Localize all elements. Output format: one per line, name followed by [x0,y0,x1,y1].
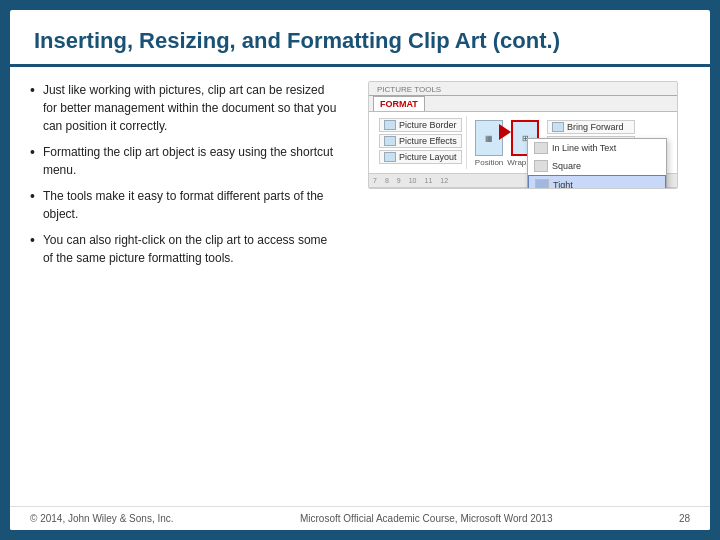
wrap-item-square[interactable]: Square [528,157,666,175]
list-item: You can also right-click on the clip art… [30,231,340,267]
position-icon: ▦ [485,134,493,143]
slide: Inserting, Resizing, and Formatting Clip… [10,10,710,530]
bring-forward-btn[interactable]: Bring Forward [547,120,635,134]
slide-title: Inserting, Resizing, and Formatting Clip… [34,28,686,54]
position-label: Position [475,158,503,167]
ribbon-container: PICTURE TOOLS FORMAT Picture Border [368,81,678,189]
slide-image: PICTURE TOOLS FORMAT Picture Border [356,81,690,498]
bullet-list: Just like working with pictures, clip ar… [30,81,340,267]
list-item: Just like working with pictures, clip ar… [30,81,340,135]
picture-border-icon [384,120,396,130]
picture-effects-btn[interactable]: Picture Effects [379,134,462,148]
ribbon-group-buttons: Picture Border Picture Effects Picture L… [379,118,462,164]
bring-forward-icon [552,122,564,132]
ribbon-picture-group: Picture Border Picture Effects Picture L… [375,116,467,169]
picture-border-label: Picture Border [399,120,457,130]
wrap-tight-label: Tight [553,180,573,189]
ribbon-tab-bar: PICTURE TOOLS [369,82,677,96]
wrap-item-tight[interactable]: Tight [528,175,666,189]
footer-copyright: © 2014, John Wiley & Sons, Inc. [30,513,174,524]
picture-layout-btn[interactable]: Picture Layout [379,150,462,164]
slide-text: Just like working with pictures, clip ar… [30,81,340,498]
slide-body: Just like working with pictures, clip ar… [10,67,710,506]
red-arrow [499,124,511,140]
picture-border-btn[interactable]: Picture Border [379,118,462,132]
wrap-square-icon [534,160,548,172]
ribbon-format-tab[interactable]: FORMAT [373,96,425,111]
picture-effects-icon [384,136,396,146]
slide-header: Inserting, Resizing, and Formatting Clip… [10,10,710,67]
picture-layout-icon [384,152,396,162]
picture-layout-label: Picture Layout [399,152,457,162]
slide-footer: © 2014, John Wiley & Sons, Inc. Microsof… [10,506,710,530]
wrap-inline-icon [534,142,548,154]
footer-page: 28 [679,513,690,524]
list-item: The tools make it easy to format differe… [30,187,340,223]
picture-effects-label: Picture Effects [399,136,457,146]
wrap-square-label: Square [552,161,581,171]
wrap-item-inline[interactable]: In Line with Text [528,139,666,157]
wrap-inline-label: In Line with Text [552,143,616,153]
list-item: Formatting the clip art object is easy u… [30,143,340,179]
footer-course: Microsoft Official Academic Course, Micr… [300,513,553,524]
wrap-dropdown: In Line with Text Square Tight Through [527,138,667,189]
ribbon-tools-label: PICTURE TOOLS [373,84,445,95]
wrap-tight-icon [535,179,549,189]
bring-forward-label: Bring Forward [567,122,624,132]
